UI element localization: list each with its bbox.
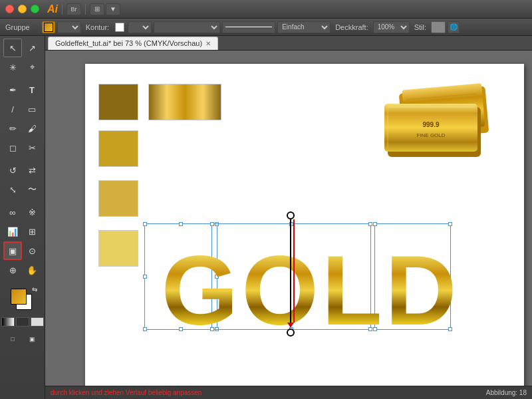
lasso-tool[interactable]: ⌖ xyxy=(23,58,41,76)
swatch-light-gold xyxy=(98,180,138,217)
bridge-button[interactable]: Br xyxy=(66,3,81,15)
white-icon[interactable] xyxy=(31,317,44,327)
stil-label: Stil: xyxy=(412,23,429,31)
tool-row: ✏ 🖌 xyxy=(3,119,41,138)
mask-mode[interactable]: ▣ xyxy=(23,330,41,348)
gold-text-display: GOLD xyxy=(142,223,487,343)
kontur-select[interactable] xyxy=(128,21,152,33)
status-bar: durch klicken und ziehen Verlauf beliebi… xyxy=(45,386,532,399)
stil-preview xyxy=(431,21,446,33)
main-row: ↖ ↗ ✳ ⌖ ✒ T / ▭ ✏ 🖌 ◻ ✂ ↺ ⇄ ⤡ xyxy=(0,36,532,399)
tool-row: ∞ ※ xyxy=(3,203,41,221)
color-squares[interactable]: ⇆ xyxy=(11,289,35,313)
warp-tool[interactable]: 〜 xyxy=(23,180,41,199)
black-icon[interactable] xyxy=(16,317,29,327)
scale-tool[interactable]: ⤡ xyxy=(3,180,22,199)
canvas-inner[interactable]: 999.9 FINE GOLD 999.9 FINE GOLD xyxy=(45,51,532,386)
canvas-area: Goldeffekt_tut.ai* bei 73 % (CMYK/Vorsch… xyxy=(45,36,532,399)
direct-select-tool[interactable]: ↗ xyxy=(23,39,41,57)
zoom-tool[interactable]: ⊕ xyxy=(3,261,22,279)
rotate-tool[interactable]: ↺ xyxy=(3,161,22,180)
gradient-arrow-icon xyxy=(287,323,294,328)
gold-text-wrapper: GOLD xyxy=(142,223,517,346)
bottom-icons xyxy=(1,317,44,327)
white-canvas: 999.9 FINE GOLD 999.9 FINE GOLD xyxy=(85,64,524,386)
gradient-icon[interactable] xyxy=(1,317,15,327)
arrange-button[interactable]: ▼ xyxy=(106,3,120,15)
app-logo: Ai xyxy=(47,3,58,15)
tool-row: ⊕ ✋ xyxy=(3,261,41,279)
swatch-pale-gold xyxy=(98,230,138,267)
tool-row: ▣ ⊙ xyxy=(3,241,41,260)
gold-bars-image: 999.9 FINE GOLD 999.9 FINE GOLD xyxy=(378,77,504,164)
tab-bar: Goldeffekt_tut.ai* bei 73 % (CMYK/Vorsch… xyxy=(45,36,532,51)
pen-tool[interactable]: ✒ xyxy=(3,80,22,99)
gradient-line-tool xyxy=(287,211,295,336)
eraser-tool[interactable]: ◻ xyxy=(3,138,22,157)
hint-text: durch klicken und ziehen Verlauf beliebi… xyxy=(51,389,201,396)
view-button[interactable]: ⊞ xyxy=(90,3,104,15)
maximize-button[interactable] xyxy=(31,5,39,13)
swap-colors-icon[interactable]: ⇆ xyxy=(32,286,37,293)
gradient-end-area xyxy=(287,323,295,336)
group-label: Gruppe xyxy=(3,23,33,31)
reflect-tool[interactable]: ⇄ xyxy=(23,161,41,180)
tab-label: Goldeffekt_tut.ai* bei 73 % (CMYK/Vorsch… xyxy=(55,39,202,47)
tool-row: / ▭ xyxy=(3,100,41,118)
swatch-dark-gold xyxy=(98,84,138,120)
toolbar: Gruppe Kontur: Einfach Deckkraft: 100% S… xyxy=(0,19,532,36)
window-controls[interactable] xyxy=(5,5,39,13)
column-graph-tool[interactable]: 📊 xyxy=(3,222,22,241)
gradient-start-handle[interactable] xyxy=(287,211,295,219)
eyedropper-tool[interactable]: ⊙ xyxy=(23,241,41,260)
magic-wand-tool[interactable]: ✳ xyxy=(3,58,22,76)
rect-tool[interactable]: ▭ xyxy=(23,100,41,118)
gradient-line-body xyxy=(290,219,291,323)
gradient-line-red xyxy=(293,219,295,323)
normal-mode[interactable]: □ xyxy=(3,330,22,348)
deckkraft-select[interactable]: 100% xyxy=(373,21,410,33)
blend-tool[interactable]: ∞ xyxy=(3,203,22,221)
brush-tool[interactable]: 🖌 xyxy=(23,119,41,138)
close-button[interactable] xyxy=(5,5,14,13)
gradient-end-handle[interactable] xyxy=(287,329,295,336)
toolbox: ↖ ↗ ✳ ⌖ ✒ T / ▭ ✏ 🖌 ◻ ✂ ↺ ⇄ ⤡ xyxy=(0,36,45,399)
separator xyxy=(62,4,63,15)
text-tool[interactable]: T xyxy=(23,80,41,99)
symbol-tool[interactable]: ※ xyxy=(23,203,41,221)
fill-color-indicator[interactable] xyxy=(42,21,55,33)
pencil-tool[interactable]: ✏ xyxy=(3,119,22,138)
scissors-tool[interactable]: ✂ xyxy=(23,138,41,157)
mesh-tool[interactable]: ⊞ xyxy=(23,222,41,241)
select-tool[interactable]: ↖ xyxy=(3,39,22,57)
gradient-tool[interactable]: ▣ xyxy=(3,241,22,260)
tool-row: ✒ T xyxy=(3,80,41,99)
swatch-medium-gold xyxy=(98,130,138,167)
fill-select[interactable] xyxy=(57,21,81,33)
foreground-color[interactable] xyxy=(11,289,27,305)
kontur-label: Kontur: xyxy=(83,23,112,31)
tool-row: ◻ ✂ xyxy=(3,138,41,157)
globe-button[interactable]: 🌐 xyxy=(448,21,460,33)
tab-close-button[interactable]: ✕ xyxy=(205,40,211,47)
separator xyxy=(85,4,86,15)
tool-row: 📊 ⊞ xyxy=(3,222,41,241)
document-tab[interactable]: Goldeffekt_tut.ai* bei 73 % (CMYK/Vorsch… xyxy=(48,37,218,50)
line-tool[interactable]: / xyxy=(3,100,22,118)
deckkraft-label: Deckkraft: xyxy=(332,23,371,31)
tool-row: ✳ ⌖ xyxy=(3,58,41,76)
svg-text:FINE GOLD: FINE GOLD xyxy=(416,132,445,138)
swatch-gradient-gold xyxy=(148,84,221,120)
color-preview-area: ⇆ xyxy=(8,286,37,315)
hand-tool[interactable]: ✋ xyxy=(23,261,41,279)
title-bar: Ai Br ⊞ ▼ xyxy=(0,0,532,19)
stroke-style-select[interactable] xyxy=(154,21,220,33)
stroke-type-select[interactable]: Einfach xyxy=(277,21,331,33)
tool-row-bottom: □ ▣ xyxy=(3,330,41,348)
tool-row: ↖ ↗ xyxy=(3,39,41,57)
svg-text:999.9: 999.9 xyxy=(422,121,439,128)
line-preview xyxy=(222,21,275,33)
minimize-button[interactable] xyxy=(18,5,27,13)
tool-row: ⤡ 〜 xyxy=(3,180,41,199)
svg-text:GOLD: GOLD xyxy=(162,235,460,336)
